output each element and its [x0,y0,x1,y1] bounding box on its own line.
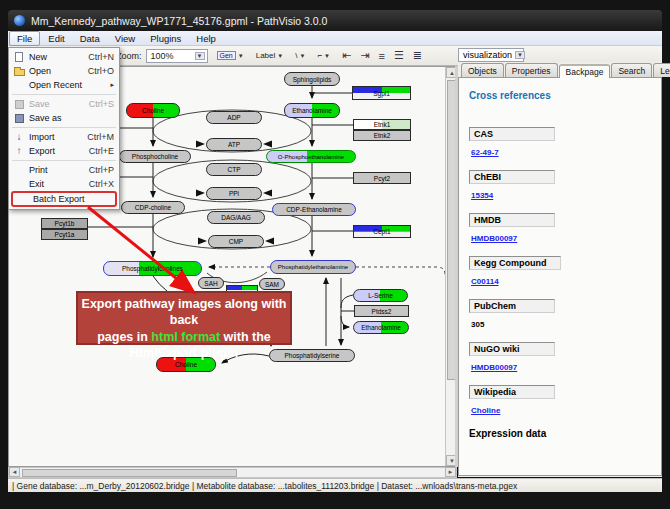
gene-tool-button[interactable]: Gen ▼ [214,49,247,62]
zoom-combobox[interactable]: 100% ▼ [146,49,208,63]
xref-link[interactable]: Choline [471,406,500,417]
xref-name: Wikipedia [469,385,555,399]
open-folder-icon [9,67,29,76]
tab-objects[interactable]: Objects [461,63,504,77]
file-menu-dropdown: NewCtrl+N OpenCtrl+O Open Recent▸ SaveCt… [8,47,120,210]
node-dag-aag[interactable]: DAG/AAG [207,211,265,224]
node-pcyt1b[interactable]: Pcyt1b [41,218,88,229]
visualization-combobox[interactable]: visualization ▼ [458,48,524,62]
xref-name: ChEBI [469,170,555,184]
line-tool-button[interactable]: \ ▼ [292,49,308,62]
node-cept1[interactable]: Cept1 [353,225,411,238]
menu-plugins[interactable]: Plugins [143,32,188,45]
tab-properties[interactable]: Properties [505,63,558,77]
menu-data[interactable]: Data [73,32,107,45]
label-tool-button[interactable]: Label ▼ [253,49,287,62]
menu-item-batch-export[interactable]: Batch Export [11,191,117,207]
tab-search[interactable]: Search [611,63,652,77]
tab-legend[interactable]: Legend [653,63,670,77]
save-as-icon [9,114,29,123]
node-ppi[interactable]: PPi [206,187,262,200]
scrollbar-thumb[interactable] [22,469,237,477]
annotation-line2: pages in html format with the [78,329,290,345]
xref-name: Kegg Compound [469,256,561,270]
status-bar: | Gene database: ...m_Derby_20120602.bri… [8,478,662,492]
node-etnk2[interactable]: Etnk2 [353,130,411,141]
menu-help[interactable]: Help [189,32,223,45]
menu-separator [12,160,116,161]
status-text: | Gene database: ...m_Derby_20120602.bri… [12,481,517,491]
xref-section: Wikipedia Choline [469,385,661,417]
xref-name: NuGO wiki [469,342,555,356]
menu-item-new[interactable]: NewCtrl+N [9,50,119,64]
menu-item-import[interactable]: ↓ ImportCtrl+M [9,130,119,144]
node-cdp-ethanolamine[interactable]: CDP-Ethanolamine [272,203,356,216]
app-icon [14,15,25,26]
save-icon [9,100,29,109]
node-sphingolipids[interactable]: Sphingolipids [284,72,340,86]
menu-view[interactable]: View [108,32,142,45]
xref-section: HMDB HMDB00097 [469,213,661,245]
chevron-down-icon: ▼ [515,51,525,59]
menu-item-export[interactable]: ↑ ExportCtrl+E [9,144,119,158]
node-sah[interactable]: SAH [198,277,224,289]
menu-file[interactable]: File [9,31,40,46]
node-l-serine[interactable]: L-Serine [353,289,408,302]
node-cdp-choline[interactable]: CDP-choline [121,201,185,214]
menu-separator [12,127,116,128]
panel-splitter[interactable] [455,66,458,467]
node-sam[interactable]: SAM [259,278,285,290]
tab-backpage[interactable]: Backpage [559,64,611,78]
node-phosphatidylcholines[interactable]: Phosphatidylcholines [103,261,202,276]
xref-section: CAS 62-49-7 [469,127,661,159]
menu-item-save-as[interactable]: Save as [9,111,119,125]
chevron-down-icon: ▼ [238,53,244,59]
chevron-down-icon: ▼ [324,53,330,59]
node-choline[interactable]: Choline [126,103,180,118]
scroll-left-icon[interactable]: ◄ [9,467,20,477]
xref-link[interactable]: 15354 [471,191,493,202]
node-o-phosphoethanolamine[interactable]: O-Phosphoethanolamine [266,150,356,163]
menu-item-print[interactable]: PrintCtrl+P [9,163,119,177]
menu-item-save: SaveCtrl+S [9,97,119,111]
node-ptdss2[interactable]: Ptdss2 [354,305,409,317]
node-adp[interactable]: ADP [206,111,262,124]
new-file-icon [9,52,29,62]
expression-data-heading: Expression data [469,428,661,439]
submenu-arrow-icon: ▸ [110,81,114,89]
horizontal-scrollbar[interactable]: ◄ ► [8,467,457,478]
node-phosphocholine[interactable]: Phosphocholine [119,150,191,163]
menu-item-open[interactable]: OpenCtrl+O [9,64,119,78]
xref-link[interactable]: HMDB00097 [471,363,517,374]
backpage-panel: Cross references CAS 62-49-7 ChEBI 15354… [458,78,662,476]
menu-item-open-recent[interactable]: Open Recent▸ [9,78,119,92]
xref-section: PubChem 305 [469,299,661,331]
node-ctp[interactable]: CTP [206,163,262,176]
xref-name: CAS [469,127,555,141]
node-etnk1[interactable]: Etnk1 [353,119,411,130]
node-pcyt1a[interactable]: Pcyt1a [41,229,88,240]
scroll-right-icon[interactable]: ► [445,467,456,477]
xref-section: Kegg Compound C00114 [469,256,661,288]
distribute-icon[interactable]: ⇥ [360,49,369,62]
node-ethanolamine-bottom[interactable]: Ethanolamine [353,321,409,334]
shape-tool-button[interactable]: ⌐ ▼ [314,49,333,62]
chevron-down-icon: ▼ [277,53,283,59]
menu-item-exit[interactable]: ExitCtrl+X [9,177,119,191]
stack-vertical-icon[interactable]: ☰ [394,49,404,62]
node-phosphatidylethanolamine[interactable]: Phosphatidylethanolamine [270,260,356,274]
node-pcyt2[interactable]: Pcyt2 [353,172,411,184]
stack-horizontal-icon[interactable]: ≡ [378,50,384,62]
export-icon: ↑ [9,146,29,156]
node-cmp[interactable]: CMP [208,235,264,248]
xref-link[interactable]: C00114 [471,277,499,288]
node-atp[interactable]: ATP [206,138,262,151]
node-sgpl1[interactable]: Sgpl1 [352,86,411,100]
chevron-down-icon: ▼ [299,53,305,59]
print-icon[interactable]: ≣ [413,49,422,62]
xref-link[interactable]: 62-49-7 [471,148,499,159]
menu-edit[interactable]: Edit [41,32,71,45]
align-icon[interactable]: ⇤ [342,49,351,62]
node-ethanolamine[interactable]: Ethanolamine [284,103,340,118]
xref-link[interactable]: HMDB00097 [471,234,517,245]
